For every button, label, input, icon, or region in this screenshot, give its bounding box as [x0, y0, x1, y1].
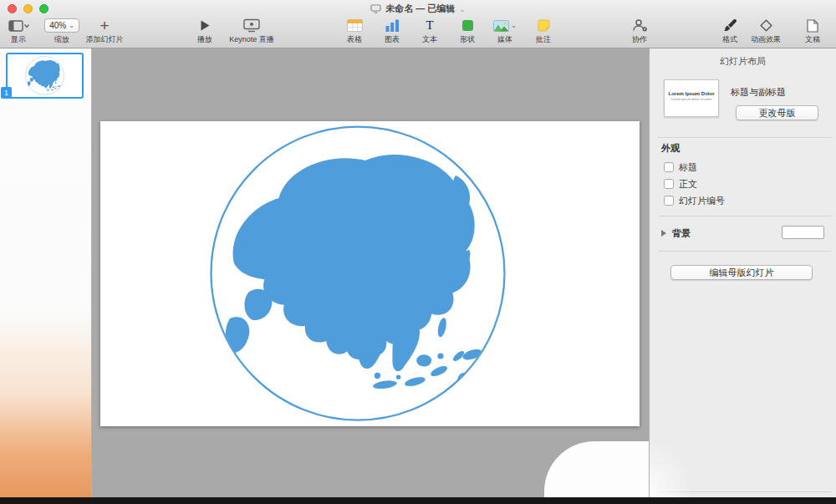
globe-image[interactable]: [207, 123, 508, 424]
slide-navigator[interactable]: 1: [0, 48, 92, 497]
zoom-chevron-icon: ⌄: [69, 23, 74, 29]
comment-icon: [538, 19, 550, 32]
play-icon: [188, 18, 222, 33]
body-checkbox[interactable]: [664, 179, 674, 189]
zoom-control[interactable]: 40% ⌄ 缩放: [42, 18, 82, 45]
text-label: 文本: [413, 34, 446, 45]
shape-label: 形状: [451, 34, 484, 45]
view-button[interactable]: 显示: [2, 18, 35, 45]
add-slide-button[interactable]: + 添加幻灯片: [79, 18, 130, 45]
window-chrome: 未命名 — 已编辑 ⌄ 显示 40%: [0, 0, 836, 48]
desktop-artifact: [544, 441, 649, 497]
play-button[interactable]: 播放: [188, 18, 222, 45]
master-thumb-subtitle: Lorem ipsum dolor sit amet: [670, 97, 712, 101]
text-button[interactable]: T 文本: [413, 18, 446, 45]
comment-label: 批注: [527, 34, 560, 45]
media-button[interactable]: ⌄ 媒体: [487, 18, 523, 45]
slide-canvas[interactable]: [92, 48, 649, 497]
table-icon: [338, 18, 371, 33]
slide-thumbnail-globe: [25, 56, 64, 95]
chart-icon: [375, 18, 409, 33]
zoom-dropdown[interactable]: 40% ⌄: [44, 18, 79, 33]
animate-button[interactable]: 动画效果: [746, 18, 786, 45]
media-icon: [493, 20, 509, 32]
document-icon: [807, 19, 818, 33]
body-checkbox-label: 正文: [679, 178, 697, 191]
comment-button[interactable]: 批注: [527, 18, 560, 45]
text-icon: T: [426, 19, 433, 32]
separator: [658, 216, 831, 216]
master-slide-thumbnail[interactable]: Lorem Ipsum Dolor Lorem ipsum dolor sit …: [664, 79, 719, 117]
format-label: 格式: [713, 34, 747, 45]
animate-label: 动画效果: [746, 34, 786, 45]
slide-number-checkbox-row[interactable]: 幻灯片编号: [664, 195, 725, 206]
table-label: 表格: [338, 34, 371, 45]
zoom-value: 40%: [49, 21, 66, 30]
play-label: 播放: [188, 34, 222, 45]
keynote-live-label: Keynote 直播: [221, 34, 283, 45]
master-name-label: 标题与副标题: [731, 86, 786, 99]
shape-button[interactable]: 形状: [451, 18, 484, 45]
separator: [658, 137, 831, 138]
slide-number-checkbox-label: 幻灯片编号: [679, 195, 725, 207]
plus-icon: +: [99, 18, 109, 33]
format-brush-icon: [722, 18, 737, 33]
body-checkbox-row[interactable]: 正文: [664, 178, 697, 190]
window-title: 未命名 — 已编辑 ⌄: [0, 3, 836, 15]
vibrancy-highlight: [650, 440, 691, 497]
titlebar[interactable]: 未命名 — 已编辑 ⌄: [0, 0, 836, 17]
chart-label: 图表: [375, 34, 409, 45]
table-button[interactable]: 表格: [338, 18, 371, 45]
title-checkbox-row[interactable]: 标题: [664, 161, 697, 173]
chart-button[interactable]: 图表: [375, 18, 409, 45]
keynote-live-button[interactable]: Keynote 直播: [221, 18, 283, 45]
slide-number-badge: 1: [1, 87, 12, 99]
keynote-live-icon: [221, 18, 283, 33]
keynote-window: 未命名 — 已编辑 ⌄ 显示 40%: [0, 0, 836, 504]
edit-master-button[interactable]: 编辑母版幻灯片: [670, 265, 813, 280]
document-button[interactable]: 文稿: [796, 18, 829, 45]
view-icon: [2, 18, 35, 33]
animate-diamond-icon: [759, 18, 773, 33]
background-label: 背景: [672, 227, 691, 240]
master-thumb-title: Lorem Ipsum Dolor: [665, 91, 718, 96]
shape-icon: [462, 20, 473, 31]
toolbar: 显示 40% ⌄ 缩放 + 添加幻灯片: [0, 17, 836, 48]
format-inspector: 幻灯片布局 Lorem Ipsum Dolor Lorem ipsum dolo…: [649, 48, 836, 497]
dock-strip: [0, 497, 836, 504]
slide-thumbnail-selected[interactable]: [6, 53, 84, 99]
disclosure-triangle-icon[interactable]: [661, 230, 666, 237]
separator: [658, 251, 831, 252]
title-checkbox-label: 标题: [679, 161, 697, 174]
background-color-well[interactable]: [782, 226, 824, 239]
view-label: 显示: [2, 34, 35, 45]
format-button[interactable]: 格式: [713, 18, 747, 45]
media-chevron-icon: ⌄: [511, 23, 517, 29]
document-proxy-icon: [370, 4, 381, 13]
slide-number-checkbox[interactable]: [664, 196, 674, 206]
add-slide-label: 添加幻灯片: [79, 34, 130, 45]
window-title-text: 未命名 — 已编辑: [385, 3, 455, 15]
zoom-label: 缩放: [42, 34, 82, 45]
title-checkbox[interactable]: [664, 162, 674, 172]
media-label: 媒体: [487, 34, 523, 45]
appearance-section-title: 外观: [661, 142, 680, 155]
collaborate-label: 协作: [623, 34, 656, 45]
collaborate-button[interactable]: 协作: [623, 18, 656, 45]
document-label: 文稿: [796, 34, 829, 45]
collaborate-icon: [632, 18, 648, 33]
slide[interactable]: [100, 121, 640, 426]
change-master-button[interactable]: 更改母版: [736, 105, 818, 120]
inspector-header: 幻灯片布局: [650, 55, 836, 68]
title-chevron-icon[interactable]: ⌄: [459, 5, 466, 13]
